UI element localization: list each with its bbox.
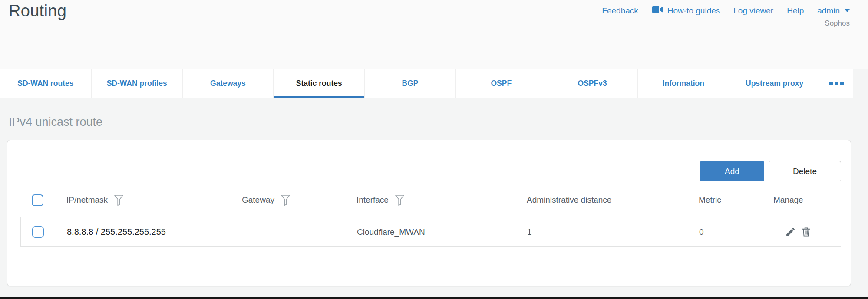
admin-menu[interactable]: admin [817, 6, 850, 16]
route-link[interactable]: 8.8.8.8 / 255.255.255.255 [67, 227, 166, 237]
delete-trash-icon[interactable] [801, 227, 812, 237]
tab-label: BGP [402, 79, 419, 88]
filter-icon[interactable] [281, 194, 290, 206]
how-to-guides-label: How-to guides [667, 6, 720, 16]
table-header: IP/netmask Gateway Interface Administrat… [20, 191, 841, 210]
admin-menu-label: admin [817, 6, 840, 16]
help-link[interactable]: Help [787, 6, 804, 16]
ellipsis-icon [829, 82, 833, 85]
tab-information[interactable]: Information [637, 69, 729, 98]
tab-ospf[interactable]: OSPF [455, 69, 547, 98]
tab-label: Static routes [296, 79, 342, 88]
column-header-interface: Interface [356, 194, 527, 206]
tab-label: Gateways [210, 79, 246, 88]
tab-static-routes[interactable]: Static routes [273, 69, 364, 98]
column-label: Metric [699, 195, 721, 205]
manage-cell [774, 227, 841, 237]
tab-label: Information [663, 79, 704, 88]
tab-overflow-button[interactable] [820, 69, 853, 98]
interface-cell: Cloudflare_MWAN [357, 227, 527, 237]
help-label: Help [787, 6, 804, 16]
filter-icon[interactable] [114, 194, 124, 206]
column-label: Manage [773, 195, 803, 205]
column-header-gateway: Gateway [242, 194, 356, 206]
column-label: IP/netmask [66, 195, 108, 205]
add-button[interactable]: Add [700, 161, 764, 181]
top-nav: Feedback How-to guides Log viewer Help a… [602, 5, 850, 16]
tab-label: OSPF [491, 79, 512, 88]
feedback-link[interactable]: Feedback [602, 6, 638, 16]
row-checkbox[interactable] [32, 226, 44, 238]
admin-distance-cell: 1 [527, 227, 699, 237]
page-title: Routing [9, 2, 66, 20]
tab-gateways[interactable]: Gateways [182, 69, 274, 98]
tab-label: Upstream proxy [746, 79, 803, 88]
table-row: 8.8.8.8 / 255.255.255.255 Cloudflare_MWA… [20, 217, 841, 247]
brand-label: Sophos [825, 19, 850, 28]
bottom-window-edge [0, 297, 868, 299]
log-viewer-link[interactable]: Log viewer [733, 6, 773, 16]
edit-pencil-icon[interactable] [785, 227, 796, 237]
ellipsis-icon [840, 82, 844, 85]
tab-ospfv3[interactable]: OSPFv3 [547, 69, 638, 98]
toolbar: Add Delete [700, 161, 841, 181]
column-label: Gateway [242, 195, 274, 205]
section-heading: IPv4 unicast route [9, 115, 102, 129]
tab-label: SD-WAN profiles [107, 79, 167, 88]
tab-bar: SD-WAN routes SD-WAN profiles Gateways S… [0, 69, 853, 98]
column-header-admin-distance: Administrative distance [527, 195, 699, 205]
log-viewer-label: Log viewer [733, 6, 773, 16]
select-all-checkbox[interactable] [32, 194, 43, 206]
feedback-link-label: Feedback [602, 6, 638, 16]
column-header-manage: Manage [773, 195, 841, 205]
tab-sdwan-profiles[interactable]: SD-WAN profiles [91, 69, 182, 98]
column-label: Interface [356, 195, 389, 205]
metric-cell: 0 [699, 227, 774, 237]
how-to-guides-link[interactable]: How-to guides [652, 5, 720, 16]
column-label: Administrative distance [527, 195, 611, 205]
filter-icon[interactable] [395, 194, 405, 206]
tab-label: OSPFv3 [578, 79, 607, 88]
tab-upstream-proxy[interactable]: Upstream proxy [729, 69, 820, 98]
video-camera-icon [652, 5, 663, 16]
column-header-ip-netmask: IP/netmask [66, 194, 242, 206]
ellipsis-icon [835, 82, 838, 85]
routes-card: Add Delete IP/netmask Gateway Interface … [7, 140, 851, 286]
chevron-down-icon [845, 9, 850, 12]
tab-sdwan-routes[interactable]: SD-WAN routes [0, 69, 91, 98]
tab-label: SD-WAN routes [17, 79, 73, 88]
tab-bgp[interactable]: BGP [364, 69, 455, 98]
column-header-metric: Metric [699, 195, 773, 205]
delete-button[interactable]: Delete [769, 161, 841, 181]
